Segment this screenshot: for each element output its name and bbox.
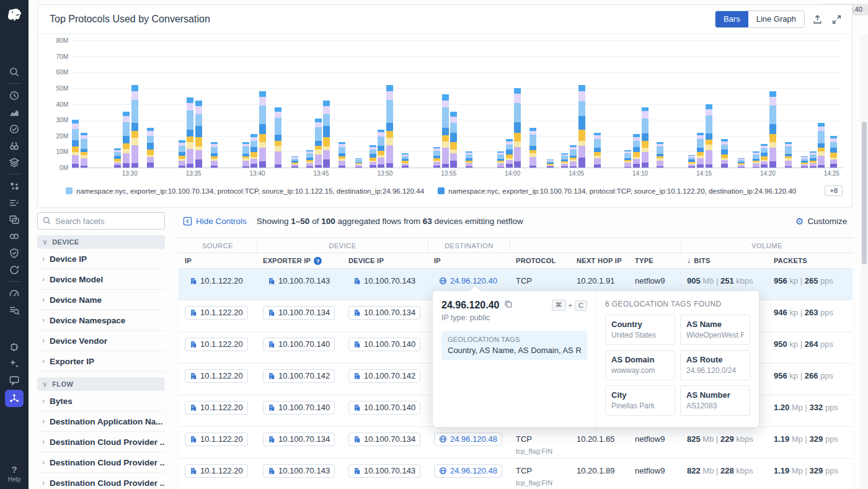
page-scrollbar-thumb[interactable]	[862, 122, 867, 264]
source-ip-chip[interactable]: 10.1.122.20	[185, 369, 248, 383]
facet-item[interactable]: ›Destination Cloud Provider ...	[37, 432, 165, 452]
help-button[interactable]: ? Help	[8, 464, 21, 483]
device-ip-chip[interactable]: 10.100.70.134	[348, 433, 420, 446]
destination-ip-chip[interactable]: 24.96.120.48	[434, 464, 502, 478]
geolocation-tags-menu-item[interactable]: GEOLOCATION TAGS Country, AS Name, AS Do…	[441, 331, 587, 360]
page-scrollbar-track[interactable]	[861, 35, 868, 489]
column-header-exporter-ip[interactable]: EXPORTER IP?	[257, 253, 342, 268]
device-ip-chip[interactable]: 10.100.70.140	[348, 401, 420, 415]
log-explorer-icon[interactable]	[6, 302, 23, 318]
stacked-bar[interactable]	[433, 147, 440, 168]
copilot-chat-icon[interactable]	[6, 372, 23, 388]
stacked-bar[interactable]	[753, 151, 760, 168]
stacked-bar[interactable]	[355, 158, 362, 168]
exporter-ip-chip[interactable]: 10.100.70.143	[263, 464, 335, 478]
history-icon[interactable]	[6, 87, 23, 104]
stacked-bar[interactable]	[706, 104, 712, 168]
facet-group-header-flow[interactable]: ∨FLOW	[37, 377, 165, 391]
infrastructure-layers-icon[interactable]	[6, 154, 23, 171]
stacked-bar[interactable]	[402, 153, 409, 168]
column-header-bits[interactable]: ↓BITS	[681, 253, 768, 268]
table-row[interactable]: 10.1.122.2010.100.70.13410.100.70.13424.…	[179, 427, 852, 459]
source-ip-chip[interactable]: 10.1.122.20	[185, 433, 248, 446]
facet-item[interactable]: ›Device Namespace	[37, 310, 165, 331]
metrics-stream-icon[interactable]	[6, 194, 23, 211]
stacked-bar[interactable]	[72, 120, 79, 168]
stacked-bar[interactable]	[785, 142, 792, 168]
stacked-bar[interactable]	[187, 97, 193, 168]
geolocation-tag-card[interactable]: AS NameWideOpenWest Fin...	[680, 315, 750, 345]
help-circle-icon[interactable]: ?	[314, 257, 322, 265]
source-ip-chip[interactable]: 10.1.122.20	[185, 306, 248, 320]
security-shield-icon[interactable]	[6, 244, 23, 261]
stacked-bar[interactable]	[323, 101, 330, 168]
stacked-bar[interactable]	[450, 112, 457, 168]
stacked-bar[interactable]	[131, 85, 138, 168]
search-facets-input[interactable]	[37, 212, 165, 230]
source-ip-chip[interactable]: 10.1.122.20	[185, 401, 248, 415]
stacked-bar[interactable]	[633, 134, 640, 168]
column-header-protocol[interactable]: PROTOCOL	[510, 253, 570, 268]
column-header-type[interactable]: TYPE	[629, 253, 681, 268]
stacked-bar[interactable]	[688, 155, 695, 168]
stacked-bar[interactable]	[179, 140, 185, 168]
exporter-ip-chip[interactable]: 10.100.70.134	[263, 433, 335, 446]
dashboards-icon[interactable]	[6, 104, 23, 120]
stacked-bar[interactable]	[259, 91, 266, 168]
stacked-bar[interactable]	[211, 142, 218, 168]
stacked-bar[interactable]	[250, 134, 257, 168]
stacked-bar-chart[interactable]: 80M70M60M50M40M30M20M10M0M	[72, 40, 843, 168]
device-ip-chip[interactable]: 10.100.70.140	[348, 338, 420, 351]
geolocation-tag-card[interactable]: AS NumberAS12083	[680, 385, 750, 416]
fullscreen-icon[interactable]	[830, 13, 843, 26]
stacked-bar[interactable]	[761, 144, 768, 168]
facet-item[interactable]: ›Device IP	[37, 249, 165, 269]
legend-more-badge[interactable]: +8	[825, 186, 843, 196]
stacked-bar[interactable]	[830, 136, 837, 168]
column-header-packets[interactable]: PACKETS	[768, 253, 852, 268]
device-ip-chip[interactable]: 10.100.70.143	[348, 274, 420, 288]
stacked-bar[interactable]	[624, 150, 631, 168]
exporter-ip-chip[interactable]: 10.100.70.140	[263, 401, 335, 415]
geolocation-tag-card[interactable]: AS Route24.96.120.0/24	[680, 350, 750, 380]
exporter-ip-chip[interactable]: 10.100.70.143	[263, 274, 335, 288]
bits-ai-sparkles-icon[interactable]	[6, 355, 23, 372]
device-ip-chip[interactable]: 10.100.70.143	[348, 464, 420, 478]
stacked-bar[interactable]	[442, 94, 449, 168]
stacked-bar[interactable]	[242, 142, 249, 168]
stacked-bar[interactable]	[291, 156, 298, 168]
legend-item[interactable]: namespace:nyc, exporter_ip:10.100.70.134…	[66, 187, 424, 195]
exporter-ip-chip[interactable]: 10.100.70.134	[263, 306, 335, 320]
facet-item[interactable]: ›Device Vendor	[37, 331, 165, 351]
geolocation-tag-card[interactable]: CityPinellas Park	[605, 385, 675, 416]
watchdog-binoculars-icon[interactable]	[6, 137, 23, 154]
facet-item[interactable]: ›Bytes	[37, 391, 165, 411]
stacked-bar[interactable]	[497, 151, 504, 168]
column-header-ip[interactable]: IP	[179, 253, 257, 268]
geolocation-tag-card[interactable]: AS Domainwowway.com	[605, 350, 675, 380]
stacked-bar[interactable]	[570, 145, 577, 168]
facet-item[interactable]: ›Device Model	[37, 269, 165, 290]
rum-windows-icon[interactable]	[6, 211, 23, 228]
line-graph-toggle-button[interactable]: Line Graph	[748, 11, 804, 27]
apm-dots-icon[interactable]	[6, 177, 23, 194]
stacked-bar[interactable]	[514, 88, 521, 168]
destination-ip-chip[interactable]: 24.96.120.40	[434, 274, 502, 288]
stacked-bar[interactable]	[810, 151, 817, 168]
device-ip-chip[interactable]: 10.100.70.134	[348, 306, 420, 320]
source-ip-chip[interactable]: 10.1.122.20	[185, 274, 248, 288]
stacked-bar[interactable]	[147, 128, 154, 168]
stacked-bar[interactable]	[738, 158, 745, 168]
legend-item[interactable]: namespace:nyc, exporter_ip:10.100.70.134…	[438, 187, 796, 195]
column-header-next-hop-ip[interactable]: NEXT HOP IP	[570, 253, 629, 268]
stacked-bar[interactable]	[721, 139, 728, 168]
stacked-bar[interactable]	[306, 150, 313, 168]
stacked-bar[interactable]	[275, 107, 281, 168]
stacked-bar[interactable]	[801, 156, 808, 168]
synthetics-refresh-icon[interactable]	[6, 261, 23, 278]
source-ip-chip[interactable]: 10.1.122.20	[185, 464, 248, 478]
facet-item[interactable]: ›Destination Application Na...	[37, 411, 165, 432]
stacked-bar[interactable]	[697, 133, 704, 168]
stacked-bar[interactable]	[594, 133, 601, 168]
stacked-bar[interactable]	[657, 142, 663, 168]
